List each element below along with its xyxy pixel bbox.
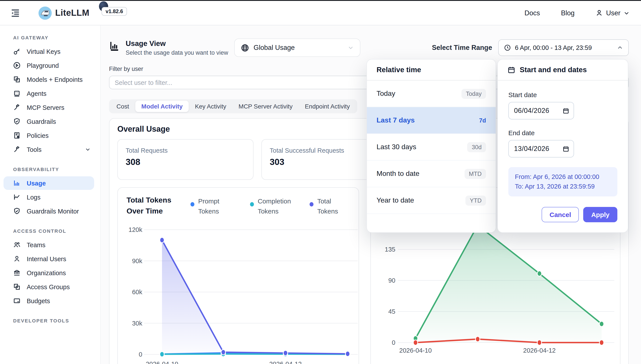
svg-text:2026-04-12: 2026-04-12 xyxy=(269,360,302,364)
start-date-value: 06/04/2026 xyxy=(514,107,549,114)
start-date-input[interactable]: 06/04/2026 xyxy=(508,102,574,120)
svg-text:2026-04-10: 2026-04-10 xyxy=(146,360,178,364)
apply-button[interactable]: Apply xyxy=(583,207,617,222)
relative-option-month-to-date[interactable]: Month to date MTD xyxy=(367,160,496,187)
selected-range-summary: From: Apr 6, 2026 at 00:00:00 To: Apr 13… xyxy=(508,167,617,196)
sidebar-item-tools[interactable]: Tools xyxy=(4,142,94,156)
sidebar-item-logs[interactable]: Logs xyxy=(4,190,94,204)
chevron-down-icon xyxy=(348,44,354,51)
tab-endpoint-activity[interactable]: Endpoint Activity xyxy=(299,100,356,112)
sidebar-item-agents[interactable]: Agents xyxy=(4,86,94,100)
sidebar-item-label: Agents xyxy=(27,90,47,97)
shield-check-icon xyxy=(13,208,21,215)
clock-icon xyxy=(504,44,511,51)
time-range-label: Select Time Range xyxy=(432,44,492,52)
relative-option-last-30-days[interactable]: Last 30 days 30d xyxy=(367,134,496,160)
version-badge: v1.82.6 xyxy=(102,7,127,16)
page-subtitle: Select the usage data you want to view xyxy=(126,50,228,56)
sidebar-item-guardrails-monitor[interactable]: Guardrails Monitor xyxy=(4,204,94,218)
robot-icon xyxy=(13,90,21,97)
popup-actions: Cancel Apply xyxy=(508,207,617,222)
relative-option-year-to-date[interactable]: Year to date YTD xyxy=(367,187,496,214)
start-end-dates-panel: Start and end dates Start date 06/04/202… xyxy=(497,59,628,233)
option-label: Last 7 days xyxy=(377,116,415,124)
option-label: Today xyxy=(377,90,395,98)
relative-option-today[interactable]: Today Today xyxy=(367,80,496,107)
chevron-down-icon xyxy=(623,10,629,16)
page-title: Usage View xyxy=(126,40,228,48)
time-range-popup: Relative time Today Today Last 7 days 7d… xyxy=(367,59,628,233)
relative-option-last-7-days[interactable]: Last 7 days 7d xyxy=(367,107,496,134)
sidebar-item-policies[interactable]: Policies xyxy=(4,128,94,142)
time-range-group: Select Time Range 6 Apr, 00:00 - 13 Apr,… xyxy=(432,40,629,56)
wrench-icon xyxy=(13,104,21,111)
litellm-logo-icon xyxy=(39,6,52,20)
legend-item: Total Tokens xyxy=(309,196,350,226)
calendar-icon xyxy=(563,108,569,114)
sidebar-item-budgets[interactable]: Budgets xyxy=(4,294,94,308)
start-date-block: Start date 06/04/2026 xyxy=(508,91,617,120)
tab-model-activity[interactable]: Model Activity xyxy=(135,100,189,112)
brand[interactable]: LiteLLM xyxy=(39,6,89,20)
stat-card-total-requests: Total Requests 308 xyxy=(117,139,253,180)
tokens-chart-header: Total Tokens Over Time Prompt TokensComp… xyxy=(118,188,358,226)
sidebar-item-access-groups[interactable]: Access Groups xyxy=(4,280,94,294)
option-label: Year to date xyxy=(377,196,414,204)
usage-view-selector[interactable]: Global Usage xyxy=(234,38,360,57)
usage-view-selector-value: Global Usage xyxy=(253,44,295,52)
user-icon xyxy=(596,9,603,16)
bank-icon xyxy=(13,269,21,276)
tab-cost[interactable]: Cost xyxy=(110,100,135,112)
sidebar-item-organizations[interactable]: Organizations xyxy=(4,266,94,280)
stat-value: 303 xyxy=(270,157,380,167)
svg-text:60k: 60k xyxy=(132,288,142,296)
version-area: v1.82.6 xyxy=(99,4,131,22)
sidebar-item-playground[interactable]: Playground xyxy=(4,58,94,72)
sidebar-item-label: Virtual Keys xyxy=(27,48,61,55)
svg-text:90: 90 xyxy=(388,277,395,284)
sidebar-section-access-control: ACCESS CONTROL xyxy=(13,228,100,234)
time-range-button[interactable]: 6 Apr, 00:00 - 13 Apr, 23:59 xyxy=(498,40,629,56)
chevron-down-icon xyxy=(85,146,91,152)
wrench-icon xyxy=(13,146,21,153)
nav-link-docs[interactable]: Docs xyxy=(524,9,540,17)
stacked-squares-icon xyxy=(13,76,21,83)
nav-link-blog[interactable]: Blog xyxy=(561,9,574,17)
tab-key-activity[interactable]: Key Activity xyxy=(189,100,232,112)
usage-view-header: Usage View Select the usage data you wan… xyxy=(109,40,228,56)
play-circle-icon xyxy=(13,62,21,69)
svg-text:0: 0 xyxy=(392,339,395,346)
sidebar-item-internal-users[interactable]: Internal Users xyxy=(4,252,94,266)
key-icon xyxy=(13,48,21,55)
summary-from: From: Apr 6, 2026 at 00:00:00 xyxy=(515,172,611,182)
option-label: Month to date xyxy=(377,170,419,178)
sidebar-item-label: Logs xyxy=(27,194,41,200)
menu-fold-icon xyxy=(10,8,21,18)
usage-tabs: Cost Model Activity Key Activity MCP Ser… xyxy=(109,99,357,113)
sidebar-item-models-endpoints[interactable]: Models + Endpoints xyxy=(4,72,94,86)
start-end-dates-header: Start and end dates xyxy=(498,60,628,80)
sidebar-item-mcp-servers[interactable]: MCP Servers xyxy=(4,100,94,114)
cancel-button[interactable]: Cancel xyxy=(542,207,579,222)
legend-label: Total Tokens xyxy=(317,196,350,226)
stat-label: Total Successful Requests xyxy=(270,147,380,154)
sidebar: AI GATEWAY Virtual Keys Playground Model… xyxy=(0,26,101,364)
user-menu[interactable]: User xyxy=(596,9,629,17)
globe-icon xyxy=(241,44,249,52)
tokens-chart-legend: Prompt TokensCompletion TokensTotal Toke… xyxy=(190,195,350,226)
collapse-sidebar-button[interactable] xyxy=(10,7,21,18)
end-date-input[interactable]: 13/04/2026 xyxy=(508,140,574,158)
svg-text:135: 135 xyxy=(385,246,395,253)
tab-mcp-server-activity[interactable]: MCP Server Activity xyxy=(232,100,299,112)
top-navbar: LiteLLM v1.82.6 Docs Blog User xyxy=(0,1,641,26)
sidebar-item-virtual-keys[interactable]: Virtual Keys xyxy=(4,44,94,58)
sidebar-item-label: Models + Endpoints xyxy=(27,76,83,83)
sidebar-item-label: Guardrails xyxy=(27,118,56,125)
sidebar-item-label: Policies xyxy=(27,132,49,139)
sidebar-item-teams[interactable]: Teams xyxy=(4,238,94,252)
start-date-label: Start date xyxy=(508,91,617,98)
sidebar-item-usage[interactable]: Usage xyxy=(4,176,94,190)
sidebar-item-guardrails[interactable]: Guardrails xyxy=(4,114,94,128)
tokens-chart: 030k60k90k120k2026-04-102026-04-12 xyxy=(118,226,359,364)
calendar-icon xyxy=(563,146,569,152)
